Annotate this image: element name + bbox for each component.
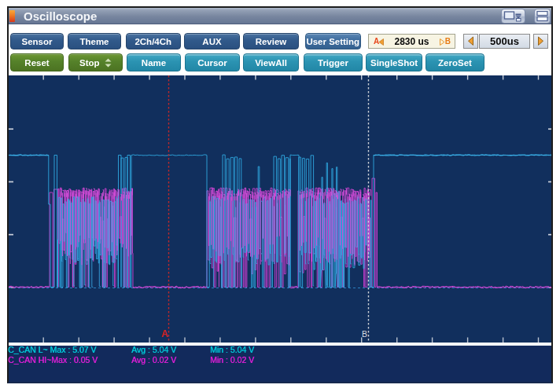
svg-text:B: B: [362, 329, 367, 339]
svg-text:A: A: [161, 328, 168, 339]
